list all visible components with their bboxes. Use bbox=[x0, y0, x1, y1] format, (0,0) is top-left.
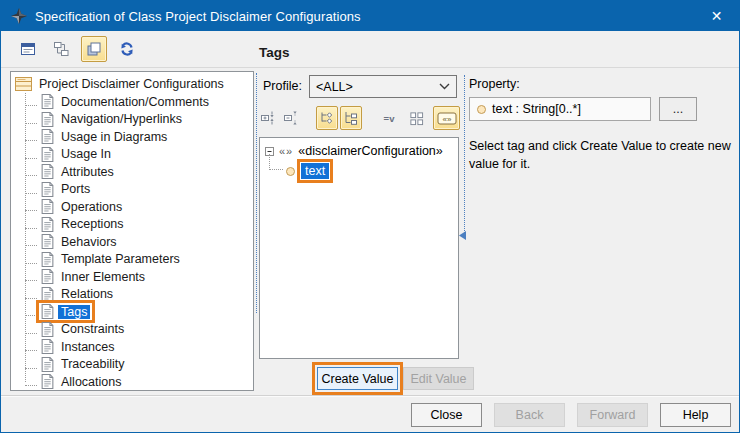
edit-value-button: Edit Value bbox=[403, 367, 474, 390]
tree-item[interactable]: Receptions bbox=[11, 216, 253, 234]
tree-item-label: Tags bbox=[58, 305, 90, 319]
dialog-button-row: Close Back Forward Help bbox=[1, 403, 731, 427]
tree-item[interactable]: Behaviors bbox=[11, 233, 253, 251]
tree-item-label: Attributes bbox=[58, 165, 117, 179]
tree-item[interactable]: Allocations bbox=[11, 373, 253, 391]
tree-item-label: Ports bbox=[58, 182, 93, 196]
tree-item[interactable]: Constraints bbox=[11, 321, 253, 339]
tree-connector bbox=[269, 154, 283, 170]
document-icon bbox=[41, 112, 54, 127]
document-icon bbox=[41, 199, 54, 214]
tree-item[interactable]: Attributes bbox=[11, 163, 253, 181]
tree-item[interactable]: Instances bbox=[11, 338, 253, 356]
page-title: Tags bbox=[259, 45, 290, 60]
tree-item[interactable]: Traceability bbox=[11, 356, 253, 374]
tree-item[interactable]: Template Parameters bbox=[11, 251, 253, 269]
tree-root-label: Project Disclaimer Configurations bbox=[36, 77, 227, 91]
tree-item[interactable]: Tags bbox=[11, 303, 253, 321]
tree-item-label: Inner Elements bbox=[58, 270, 148, 284]
tree-item-label: Receptions bbox=[58, 217, 127, 231]
tree-item[interactable]: Navigation/Hyperlinks bbox=[11, 111, 253, 129]
tree-item[interactable]: Relations bbox=[11, 286, 253, 304]
create-value-button[interactable]: Create Value bbox=[317, 367, 398, 390]
document-icon bbox=[41, 234, 54, 249]
tree-connector bbox=[25, 377, 37, 386]
browse-property-button[interactable]: ... bbox=[659, 97, 697, 121]
grid-view-icon[interactable] bbox=[405, 106, 427, 130]
window-title: Specification of Class Project Disclaime… bbox=[35, 9, 361, 24]
profile-select[interactable]: <ALL> bbox=[309, 75, 457, 98]
left-tree: Project Disclaimer Configurations Docume… bbox=[11, 72, 253, 391]
document-icon bbox=[41, 339, 54, 354]
stereotype-node[interactable]: «» «disclaimerConfiguration» bbox=[265, 144, 443, 158]
tag-icon bbox=[477, 105, 486, 114]
svg-text:«»: «» bbox=[442, 114, 451, 123]
expand-all-icon[interactable] bbox=[257, 106, 279, 130]
tag-tree-panel: «» «disclaimerConfiguration» text bbox=[259, 137, 459, 359]
profile-label: Profile: bbox=[263, 79, 302, 93]
tag-icon bbox=[286, 167, 295, 176]
tree-item-label: Usage in Diagrams bbox=[58, 130, 170, 144]
tree-item-label: Operations bbox=[58, 200, 125, 214]
tree-connector bbox=[25, 115, 37, 124]
tree-guide-line bbox=[25, 93, 26, 382]
tree-connector bbox=[25, 325, 37, 334]
tree-connector bbox=[25, 202, 37, 211]
tree-item[interactable]: Documentation/Comments bbox=[11, 93, 253, 111]
group-by-hierarchy-icon[interactable] bbox=[340, 106, 362, 130]
document-icon bbox=[41, 129, 54, 144]
properties-table-icon[interactable] bbox=[15, 36, 41, 62]
document-icon bbox=[41, 217, 54, 232]
help-button[interactable]: Help bbox=[660, 403, 731, 427]
grouped-pages-icon[interactable] bbox=[81, 36, 107, 62]
titlebar: Specification of Class Project Disclaime… bbox=[1, 1, 739, 31]
tree-connector bbox=[25, 132, 37, 141]
show-stereotype-icon[interactable]: «» bbox=[433, 106, 460, 130]
specification-dialog: Specification of Class Project Disclaime… bbox=[0, 0, 740, 433]
tree-connector bbox=[25, 220, 37, 229]
tree-item-label: Navigation/Hyperlinks bbox=[58, 112, 185, 126]
document-icon bbox=[41, 357, 54, 372]
document-icon bbox=[41, 182, 54, 197]
group-by-diamond-tree-icon[interactable] bbox=[316, 106, 338, 130]
close-window-button[interactable]: ✕ bbox=[694, 1, 739, 31]
tree-connector bbox=[25, 255, 37, 264]
tree-item-label: Behaviors bbox=[58, 235, 120, 249]
close-button[interactable]: Close bbox=[411, 403, 482, 427]
document-icon bbox=[41, 252, 54, 267]
refresh-icon[interactable] bbox=[114, 36, 140, 62]
document-icon bbox=[41, 287, 54, 302]
tree-item[interactable]: Usage In bbox=[11, 146, 253, 164]
document-icon bbox=[41, 374, 54, 389]
default-value-icon[interactable]: =v bbox=[378, 106, 400, 130]
structure-tree-icon[interactable] bbox=[48, 36, 74, 62]
splitter-collapse-icon[interactable] bbox=[459, 231, 466, 240]
collapse-all-icon[interactable] bbox=[280, 106, 302, 130]
forward-button: Forward bbox=[577, 403, 648, 427]
tree-item[interactable]: Inner Elements bbox=[11, 268, 253, 286]
bottom-separator bbox=[1, 395, 739, 397]
tree-item-label: Documentation/Comments bbox=[58, 95, 212, 109]
tree-item[interactable]: Ports bbox=[11, 181, 253, 199]
property-label: Property: bbox=[469, 77, 520, 91]
tree-connector bbox=[25, 237, 37, 246]
tree-connector bbox=[25, 150, 37, 159]
property-field: text : String[0..*] bbox=[469, 97, 651, 121]
tree-connector bbox=[25, 290, 37, 299]
document-icon bbox=[41, 164, 54, 179]
tree-connector bbox=[25, 360, 37, 369]
tree-connector bbox=[25, 97, 37, 106]
tree-item[interactable]: Operations bbox=[11, 198, 253, 216]
tag-node-label: text bbox=[301, 163, 329, 179]
profile-selected-value: <ALL> bbox=[316, 80, 353, 94]
property-value: text : String[0..*] bbox=[492, 102, 581, 116]
tree-item-label: Usage In bbox=[58, 147, 114, 161]
tree-root-item[interactable]: Project Disclaimer Configurations bbox=[11, 75, 253, 93]
document-icon bbox=[41, 322, 54, 337]
tree-connector bbox=[25, 342, 37, 351]
tree-item-label: Traceability bbox=[58, 357, 127, 371]
tree-item-label: Constraints bbox=[58, 322, 127, 336]
tree-item[interactable]: Usage in Diagrams bbox=[11, 128, 253, 146]
tag-node[interactable]: text bbox=[286, 163, 329, 179]
tree-connector bbox=[25, 167, 37, 176]
